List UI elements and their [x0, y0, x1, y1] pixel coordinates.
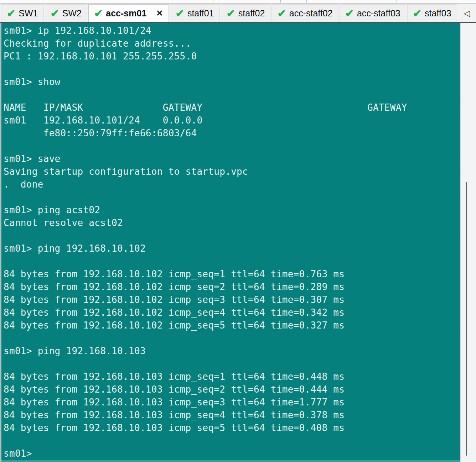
scroll-tabs-left-button[interactable]: ◁ — [464, 9, 470, 17]
check-icon: ✔ — [345, 9, 354, 19]
close-tab-icon[interactable]: ✕ — [156, 9, 163, 17]
console-content-row: sm01> ip 192.168.10.101/24 Checking for … — [0, 22, 476, 462]
tab-staff02[interactable]: ✔ staff02 — [221, 4, 271, 22]
tab-label: SW2 — [62, 8, 82, 19]
tab-scroll-controls: ◁ ▷ — [458, 4, 476, 22]
tab-label: acc-staff03 — [357, 8, 400, 19]
vpcs-terminal[interactable]: sm01> ip 192.168.10.101/24 Checking for … — [0, 23, 460, 462]
tab-label: staff03 — [425, 8, 451, 19]
tab-acc-staff03[interactable]: ✔ acc-staff03 — [340, 4, 406, 22]
vertical-scrollbar[interactable] — [460, 23, 476, 462]
tab-acc-staff02[interactable]: ✔ acc-staff02 — [271, 4, 338, 22]
tab-label: acc-sm01 — [106, 8, 146, 19]
terminal-output: sm01> ip 192.168.10.101/24 Checking for … — [4, 24, 460, 460]
check-icon: ✔ — [94, 9, 103, 19]
console-tab-bar: ✔ SW1 ✔ SW2 ✔ acc-sm01 ✕ ✔ staff01 ✔ sta… — [0, 4, 476, 22]
tab-label: staff01 — [187, 8, 214, 19]
check-icon: ✔ — [51, 9, 59, 19]
edge-tick — [213, 0, 213, 2]
check-icon: ✔ — [227, 9, 235, 19]
check-icon: ✔ — [176, 9, 184, 19]
tab-sw1[interactable]: ✔ SW1 — [1, 4, 44, 22]
edge-tick — [397, 0, 397, 2]
scrollbar-thumb[interactable] — [466, 182, 467, 456]
window-top-edge — [0, 0, 476, 4]
check-icon: ✔ — [413, 9, 421, 19]
tab-label: staff02 — [238, 8, 265, 19]
tab-sw2[interactable]: ✔ SW2 — [45, 4, 88, 22]
tab-label: acc-staff02 — [289, 8, 333, 19]
edge-tick — [306, 0, 307, 2]
edge-tick — [280, 0, 281, 2]
check-icon: ✔ — [7, 9, 15, 19]
tab-acc-sm01[interactable]: ✔ acc-sm01 ✕ — [88, 4, 169, 22]
tab-staff03[interactable]: ✔ staff03 — [407, 4, 457, 22]
tab-label: SW1 — [19, 8, 38, 19]
tab-staff01[interactable]: ✔ staff01 — [170, 4, 220, 22]
check-icon: ✔ — [277, 9, 286, 19]
